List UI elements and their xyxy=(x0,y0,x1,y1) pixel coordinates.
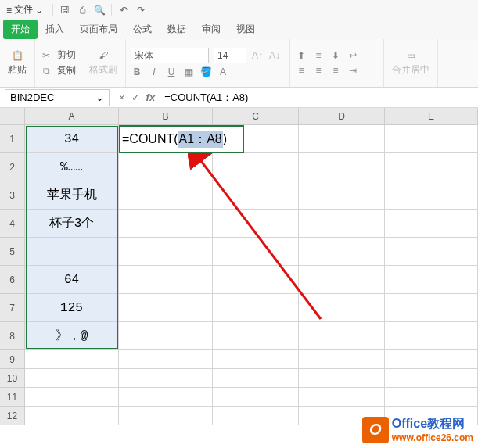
cell-A4[interactable]: 杯子3个 xyxy=(25,210,119,238)
font-size-select[interactable]: 14 xyxy=(214,48,246,63)
cell-E7[interactable] xyxy=(385,294,478,322)
cell-C4[interactable] xyxy=(213,210,299,238)
cell-C3[interactable] xyxy=(213,181,299,210)
font-name-select[interactable]: 宋体 xyxy=(131,48,209,63)
align-center-icon[interactable]: ≡ xyxy=(312,64,325,77)
cell-C9[interactable] xyxy=(213,350,299,369)
tab-formula[interactable]: 公式 xyxy=(125,20,160,39)
cell-A8[interactable]: 》，@ xyxy=(25,322,119,350)
col-header-C[interactable]: C xyxy=(213,108,299,125)
cell-C10[interactable] xyxy=(213,369,299,388)
col-header-A[interactable]: A xyxy=(25,108,119,125)
cell-B8[interactable] xyxy=(119,322,213,350)
cell-A3[interactable]: 苹果手机 xyxy=(25,181,119,210)
confirm-icon[interactable]: ✓ xyxy=(131,91,140,103)
select-all-corner[interactable] xyxy=(0,108,25,125)
cell-D4[interactable] xyxy=(299,210,385,238)
col-header-E[interactable]: E xyxy=(385,108,478,125)
cell-E3[interactable] xyxy=(385,181,478,210)
file-menu[interactable]: ≡ 文件 ⌄ xyxy=(0,0,49,20)
cell-D7[interactable] xyxy=(299,294,385,322)
align-left-icon[interactable]: ≡ xyxy=(295,64,307,77)
redo-icon[interactable]: ↷ xyxy=(132,5,149,16)
cell-B11[interactable] xyxy=(119,388,213,407)
font-color-icon[interactable]: A xyxy=(217,66,229,78)
cell-C2[interactable] xyxy=(213,153,299,181)
fill-color-icon[interactable]: 🪣 xyxy=(199,66,212,78)
border-icon[interactable]: ▦ xyxy=(182,66,195,78)
cell-E2[interactable] xyxy=(385,153,478,181)
align-top-icon[interactable]: ⬆ xyxy=(295,49,307,62)
print-icon[interactable]: ⎙ xyxy=(74,5,91,16)
row-header-12[interactable]: 12 xyxy=(0,407,25,425)
cell-B9[interactable] xyxy=(119,350,213,369)
tab-view[interactable]: 视图 xyxy=(228,20,263,39)
cell-A5[interactable] xyxy=(25,238,119,266)
cell-C7[interactable] xyxy=(213,294,299,322)
cell-E10[interactable] xyxy=(385,369,478,388)
cell-E1[interactable] xyxy=(385,125,478,153)
fx-icon[interactable]: fx xyxy=(146,91,156,103)
decrease-font-icon[interactable]: A↓ xyxy=(268,49,281,62)
cell-A10[interactable] xyxy=(25,369,119,388)
tab-pagelayout[interactable]: 页面布局 xyxy=(72,20,125,39)
cell-D6[interactable] xyxy=(299,266,385,294)
cell-E8[interactable] xyxy=(385,322,478,350)
cell-A12[interactable] xyxy=(25,407,119,425)
col-header-D[interactable]: D xyxy=(299,108,385,125)
cut-button[interactable]: ✂剪切 xyxy=(40,48,76,62)
italic-icon[interactable]: I xyxy=(148,66,160,78)
cell-B12[interactable] xyxy=(119,407,213,425)
row-header-1[interactable]: 1 xyxy=(0,125,25,153)
cell-A1[interactable]: 34 xyxy=(25,125,119,153)
row-header-5[interactable]: 5 xyxy=(0,238,25,266)
copy-button[interactable]: ⧉复制 xyxy=(40,64,76,77)
cell-A9[interactable] xyxy=(25,350,119,369)
align-bottom-icon[interactable]: ⬇ xyxy=(329,49,342,62)
row-header-4[interactable]: 4 xyxy=(0,210,25,238)
save-icon[interactable]: 🖫 xyxy=(56,5,74,16)
underline-icon[interactable]: U xyxy=(165,66,178,78)
cancel-icon[interactable]: × xyxy=(119,91,125,103)
cell-D8[interactable] xyxy=(299,322,385,350)
col-header-B[interactable]: B xyxy=(119,108,213,125)
formula-input[interactable]: =COUNT(A1：A8) xyxy=(160,91,478,105)
cell-A7[interactable]: 125 xyxy=(25,294,119,322)
row-header-11[interactable]: 11 xyxy=(0,388,25,407)
cell-B2[interactable] xyxy=(119,153,213,181)
cell-C11[interactable] xyxy=(213,388,299,407)
cell-B7[interactable] xyxy=(119,294,213,322)
cell-A11[interactable] xyxy=(25,388,119,407)
cell-E11[interactable] xyxy=(385,388,478,407)
cell-D1[interactable] xyxy=(299,125,385,153)
cell-D10[interactable] xyxy=(299,369,385,388)
row-header-3[interactable]: 3 xyxy=(0,181,25,210)
tab-insert[interactable]: 插入 xyxy=(38,20,72,39)
cell-B4[interactable] xyxy=(119,210,213,238)
cell-E4[interactable] xyxy=(385,210,478,238)
cell-B6[interactable] xyxy=(119,266,213,294)
cell-C8[interactable] xyxy=(213,322,299,350)
cell-D11[interactable] xyxy=(299,388,385,407)
cell-D5[interactable] xyxy=(299,238,385,266)
increase-font-icon[interactable]: A↑ xyxy=(251,49,264,62)
cell-B10[interactable] xyxy=(119,369,213,388)
row-header-8[interactable]: 8 xyxy=(0,322,25,350)
bold-icon[interactable]: B xyxy=(131,66,143,78)
spreadsheet-grid[interactable]: A B C D E 1 2 3 4 5 6 7 8 9 10 11 12 34 … xyxy=(0,108,478,448)
cell-D3[interactable] xyxy=(299,181,385,210)
row-header-2[interactable]: 2 xyxy=(0,153,25,181)
format-painter-button[interactable]: 🖌 格式刷 xyxy=(86,48,120,78)
align-right-icon[interactable]: ≡ xyxy=(329,64,342,77)
cell-B5[interactable] xyxy=(119,238,213,266)
cell-A2[interactable]: %…… xyxy=(25,153,119,181)
preview-icon[interactable]: 🔍 xyxy=(91,5,108,16)
tab-data[interactable]: 数据 xyxy=(160,20,194,39)
tab-start[interactable]: 开始 xyxy=(3,20,38,39)
merge-center-button[interactable]: ▭ 合并居中 xyxy=(389,48,433,78)
name-box[interactable]: BIN2DEC ⌄ xyxy=(5,89,110,106)
row-header-6[interactable]: 6 xyxy=(0,266,25,294)
cell-C12[interactable] xyxy=(213,407,299,425)
indent-icon[interactable]: ⇥ xyxy=(347,64,359,77)
paste-button[interactable]: 📋 粘贴 xyxy=(5,48,30,78)
